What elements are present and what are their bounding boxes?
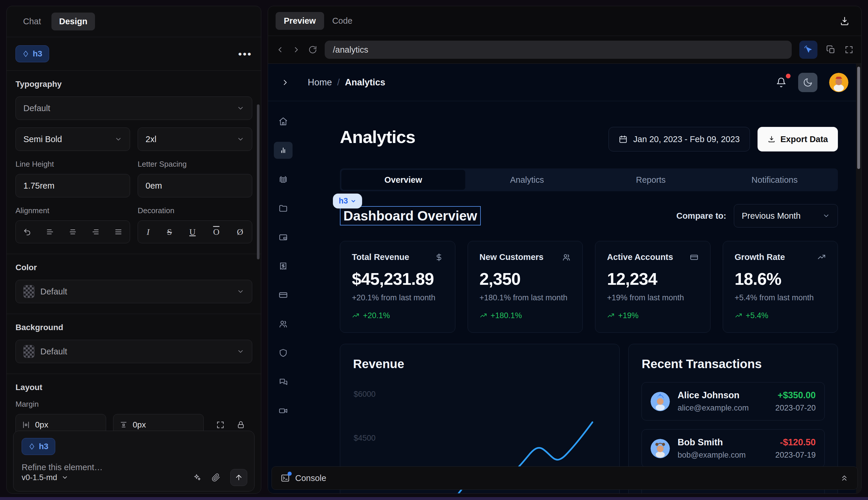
model-selector[interactable]: v0-1.5-md bbox=[22, 473, 68, 482]
tab-chat[interactable]: Chat bbox=[15, 13, 48, 31]
lock-icon[interactable] bbox=[236, 420, 245, 429]
stat-card-total-revenue: Total Revenue $45,231.89 +20.1% from las… bbox=[340, 241, 455, 333]
chevron-down-icon bbox=[237, 348, 244, 355]
scrollbar-thumb[interactable] bbox=[857, 67, 860, 169]
background-select[interactable]: Default bbox=[15, 340, 252, 363]
date-range-button[interactable]: Jan 20, 2023 - Feb 09, 2023 bbox=[609, 127, 750, 151]
font-select[interactable]: Default bbox=[15, 96, 252, 120]
export-data-button[interactable]: Export Data bbox=[757, 127, 838, 151]
download-button[interactable] bbox=[840, 16, 854, 26]
console-badge-dot bbox=[288, 471, 292, 476]
stat-subtext: +180.1% from last month bbox=[479, 293, 571, 302]
copy-button[interactable] bbox=[826, 45, 835, 54]
back-button[interactable] bbox=[276, 45, 285, 54]
align-left-icon[interactable] bbox=[46, 228, 54, 236]
alignment-group bbox=[15, 220, 130, 243]
stat-card-active-accounts: Active Accounts 12,234 +19% from last mo… bbox=[595, 241, 710, 333]
panel-tab-bar: Chat Design bbox=[7, 6, 261, 37]
transaction-row[interactable]: Bob Smith bob@example.com -$120.50 2023-… bbox=[641, 429, 825, 467]
align-right-icon[interactable] bbox=[92, 228, 100, 236]
compare-select[interactable]: Previous Month bbox=[734, 204, 838, 227]
credit-card-icon bbox=[690, 253, 698, 262]
nav-messages[interactable] bbox=[274, 373, 292, 390]
send-button[interactable] bbox=[230, 469, 247, 486]
weight-select[interactable]: Semi Bold bbox=[15, 127, 130, 151]
folder-icon bbox=[278, 204, 288, 213]
chat-element-badge[interactable]: h3 bbox=[22, 438, 55, 455]
stat-subtext: +20.1% from last month bbox=[352, 293, 443, 302]
expand-icon[interactable] bbox=[216, 420, 225, 429]
sidebar-expand-icon[interactable] bbox=[281, 78, 290, 87]
background-select-value: Default bbox=[40, 347, 67, 356]
decoration-group: I S U O Ø bbox=[138, 220, 252, 243]
tx-amount: -$120.50 bbox=[775, 437, 816, 448]
alignment-label: Alignment bbox=[15, 206, 130, 215]
url-input[interactable]: /analytics bbox=[325, 41, 792, 59]
element-badge[interactable]: h3 bbox=[15, 45, 49, 62]
nav-invoices[interactable] bbox=[274, 171, 292, 188]
export-label: Export Data bbox=[780, 135, 828, 144]
dashboard-header: Home / Analytics bbox=[268, 64, 861, 101]
line-height-input[interactable]: 1.75rem bbox=[15, 174, 130, 197]
fullscreen-button[interactable] bbox=[844, 45, 854, 54]
stat-title: Active Accounts bbox=[607, 252, 673, 262]
tx-amount: +$350.00 bbox=[775, 390, 816, 401]
nav-wallet[interactable] bbox=[274, 229, 292, 246]
section-title-selected[interactable]: Dashboard Overview bbox=[340, 206, 481, 225]
panel-scrollbar[interactable] bbox=[257, 104, 259, 259]
nav-cards[interactable] bbox=[274, 286, 292, 304]
nav-files[interactable] bbox=[274, 200, 292, 217]
strikethrough-icon[interactable]: S bbox=[167, 227, 172, 237]
sparkles-icon[interactable] bbox=[193, 473, 202, 482]
dashboard-tabs: Overview Analytics Reports Notifications bbox=[340, 168, 838, 191]
undo-icon[interactable] bbox=[23, 228, 31, 236]
nav-analytics[interactable] bbox=[274, 142, 292, 159]
underline-icon[interactable]: U bbox=[189, 227, 196, 237]
paperclip-icon[interactable] bbox=[211, 473, 220, 482]
tx-name: Bob Smith bbox=[678, 437, 745, 448]
stat-title: New Customers bbox=[479, 252, 544, 262]
ellipsis-icon[interactable]: ••• bbox=[238, 48, 252, 60]
tab-reports[interactable]: Reports bbox=[589, 170, 713, 190]
tab-overview[interactable]: Overview bbox=[342, 170, 465, 190]
console-expand-button[interactable] bbox=[840, 474, 849, 482]
tab-preview[interactable]: Preview bbox=[276, 12, 324, 30]
align-center-icon[interactable] bbox=[69, 228, 77, 236]
preview-viewport: Home / Analytics bbox=[268, 64, 861, 493]
color-select[interactable]: Default bbox=[15, 280, 252, 303]
nav-home[interactable] bbox=[274, 113, 292, 130]
diamond-icon bbox=[22, 50, 29, 57]
forward-button[interactable] bbox=[292, 45, 301, 54]
nav-billing[interactable] bbox=[274, 258, 292, 275]
select-tool-button[interactable] bbox=[799, 41, 818, 59]
no-decoration-icon[interactable]: Ø bbox=[237, 227, 243, 237]
italic-icon[interactable]: I bbox=[147, 227, 150, 237]
tab-design[interactable]: Design bbox=[51, 13, 95, 31]
overline-icon[interactable]: O bbox=[213, 227, 219, 237]
typography-section: Typography Default Semi Bold 2xl Line He… bbox=[7, 71, 261, 254]
dashboard-content: Analytics Jan 20, 2023 - Feb 09, 2023 Ex… bbox=[298, 101, 861, 493]
tab-analytics[interactable]: Analytics bbox=[465, 170, 589, 190]
nav-customers[interactable] bbox=[274, 316, 292, 332]
nav-video[interactable] bbox=[274, 402, 292, 419]
color-section: Color Default bbox=[7, 254, 261, 314]
letter-spacing-input[interactable]: 0em bbox=[138, 174, 252, 197]
breadcrumb-home[interactable]: Home bbox=[308, 77, 332, 88]
refine-chat-box[interactable]: h3 Refine this element… v0-1.5-md bbox=[13, 431, 255, 491]
download-icon bbox=[840, 16, 849, 26]
console-bar[interactable]: Console bbox=[271, 466, 858, 490]
selected-element-chip[interactable]: h3 bbox=[333, 194, 362, 208]
theme-toggle-button[interactable] bbox=[798, 73, 818, 92]
refresh-button[interactable] bbox=[308, 45, 317, 54]
tab-notifications[interactable]: Notifications bbox=[713, 170, 837, 190]
align-justify-icon[interactable] bbox=[114, 228, 123, 236]
avatar bbox=[650, 392, 670, 411]
notifications-button[interactable] bbox=[776, 77, 786, 88]
size-select[interactable]: 2xl bbox=[138, 127, 252, 151]
transaction-row[interactable]: Alice Johnson alice@example.com +$350.00… bbox=[641, 382, 825, 420]
tab-code[interactable]: Code bbox=[324, 12, 361, 30]
console-label: Console bbox=[295, 474, 326, 483]
user-avatar[interactable] bbox=[829, 73, 848, 92]
nav-security[interactable] bbox=[274, 344, 292, 361]
viewport-scrollbar[interactable] bbox=[856, 64, 861, 493]
